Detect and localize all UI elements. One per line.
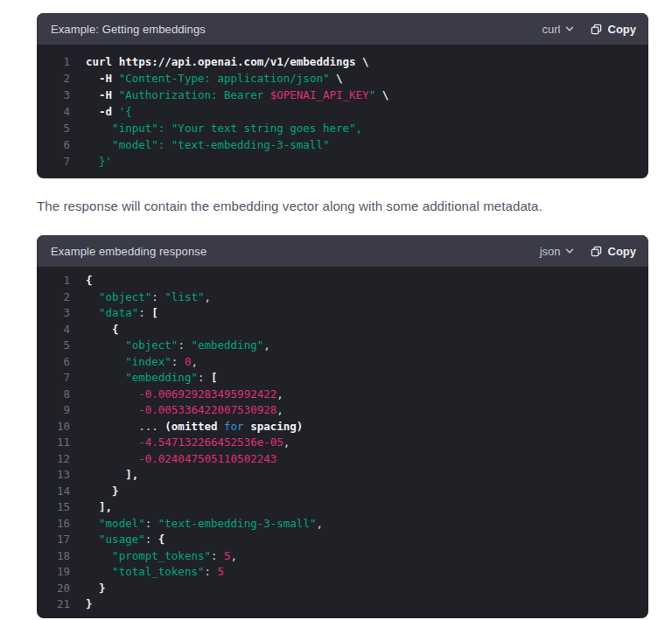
line-number: 1 <box>51 53 70 70</box>
code-text: } <box>86 581 106 597</box>
code-line: 1{ <box>51 273 634 289</box>
code-text: "object": "embedding", <box>86 338 270 354</box>
code-line: 20 } <box>51 581 634 597</box>
code-content: 1{2 "object": "list",3 "data": [4 {5 "ob… <box>37 267 648 618</box>
line-number: 6 <box>51 354 70 371</box>
code-line: 1curl https://api.openai.com/v1/embeddin… <box>51 53 634 70</box>
code-text: "data": [ <box>86 305 158 322</box>
line-number: 2 <box>51 289 70 306</box>
code-line: 6 "model": "text-embedding-3-small" <box>51 136 634 153</box>
code-line: 5 "object": "embedding", <box>51 338 634 354</box>
line-number: 18 <box>51 548 70 565</box>
line-number: 17 <box>51 532 70 548</box>
code-line: 2 -H "Content-Type: application/json" \ <box>51 70 634 87</box>
code-text: "input": "Your text string goes here", <box>86 120 362 136</box>
line-number: 12 <box>51 451 70 468</box>
code-text: "model": "text-embedding-3-small" <box>86 136 329 153</box>
line-number: 3 <box>51 305 70 322</box>
code-text: "index": 0, <box>86 354 198 371</box>
copy-button[interactable]: Copy <box>590 245 637 258</box>
code-line: 6 "index": 0, <box>51 354 634 371</box>
line-number: 7 <box>51 153 70 170</box>
language-dropdown-label: json <box>540 245 561 258</box>
line-number: 21 <box>51 596 70 613</box>
code-line: 11 -4.547132266452536e-05, <box>51 435 634 451</box>
code-text: -0.005336422007530928, <box>86 402 284 419</box>
code-line: 8 -0.006929283495992422, <box>51 387 634 403</box>
line-number: 11 <box>51 435 70 451</box>
code-text: "usage": { <box>86 532 164 548</box>
code-line: 7 }' <box>51 153 634 170</box>
code-line: 9 -0.005336422007530928, <box>51 402 634 419</box>
line-number: 20 <box>51 581 70 597</box>
code-block-title: Example embedding response <box>51 245 206 258</box>
copy-button-label: Copy <box>608 245 637 258</box>
chevron-down-icon <box>565 247 574 254</box>
line-number: 19 <box>51 564 70 581</box>
code-block-header: Example embedding response json Copy <box>37 235 648 267</box>
code-text: } <box>86 484 119 500</box>
line-number: 5 <box>51 338 70 354</box>
code-text: -0.024047505110502243 <box>86 451 276 468</box>
line-number: 1 <box>51 273 70 289</box>
docs-page: Example: Getting embeddings curl Copy 1c… <box>0 0 672 620</box>
code-line: 2 "object": "list", <box>51 289 634 306</box>
code-text: -0.006929283495992422, <box>86 387 284 403</box>
copy-icon <box>590 245 603 258</box>
line-number: 13 <box>51 467 70 484</box>
code-text: } <box>86 596 93 613</box>
code-line: 16 "model": "text-embedding-3-small", <box>51 516 634 533</box>
code-line: 7 "embedding": [ <box>51 370 634 387</box>
code-text: -H "Authorization: Bearer $OPENAI_API_KE… <box>86 87 388 103</box>
code-line: 3 "data": [ <box>51 305 634 322</box>
language-dropdown[interactable]: json <box>540 245 574 258</box>
code-line: 14 } <box>51 484 634 500</box>
line-number: 6 <box>51 136 70 153</box>
code-content: 1curl https://api.openai.com/v1/embeddin… <box>37 45 648 178</box>
code-text: "model": "text-embedding-3-small", <box>86 516 323 533</box>
line-number: 4 <box>51 103 70 120</box>
copy-button[interactable]: Copy <box>590 23 637 36</box>
copy-button-label: Copy <box>608 23 637 36</box>
code-text: -4.547132266452536e-05, <box>86 435 290 451</box>
language-dropdown[interactable]: curl <box>542 23 574 36</box>
line-number: 16 <box>51 516 70 533</box>
code-line: 5 "input": "Your text string goes here", <box>51 120 634 136</box>
code-line: 17 "usage": { <box>51 532 634 548</box>
line-number: 2 <box>51 70 70 87</box>
language-dropdown-label: curl <box>542 23 561 36</box>
line-number: 15 <box>51 499 70 516</box>
code-text: ... (omitted for spacing) <box>86 419 303 435</box>
code-text: -H "Content-Type: application/json" \ <box>86 70 343 87</box>
chevron-down-icon <box>565 25 574 32</box>
code-text: -d '{ <box>86 103 132 120</box>
code-line: 19 "total_tokens": 5 <box>51 564 634 581</box>
code-text: curl https://api.openai.com/v1/embedding… <box>86 53 369 70</box>
line-number: 10 <box>51 419 70 435</box>
code-block-getting-embeddings: Example: Getting embeddings curl Copy 1c… <box>37 13 648 178</box>
code-text: }' <box>86 153 112 170</box>
code-line: 21} <box>51 596 634 613</box>
code-text: "embedding": [ <box>86 370 218 387</box>
line-number: 3 <box>51 87 70 103</box>
code-line: 3 -H "Authorization: Bearer $OPENAI_API_… <box>51 87 634 103</box>
code-block-header: Example: Getting embeddings curl Copy <box>37 13 648 45</box>
code-text: { <box>86 322 119 338</box>
code-block-title: Example: Getting embeddings <box>51 23 206 36</box>
line-number: 14 <box>51 484 70 500</box>
line-number: 4 <box>51 322 70 338</box>
code-text: ], <box>86 467 138 484</box>
code-line: 4 { <box>51 322 634 338</box>
code-text: "object": "list", <box>86 289 211 306</box>
code-block-embedding-response: Example embedding response json Copy 1{2… <box>37 235 648 618</box>
line-number: 5 <box>51 120 70 136</box>
code-line: 13 ], <box>51 467 634 484</box>
code-line: 12 -0.024047505110502243 <box>51 451 634 468</box>
code-text: "total_tokens": 5 <box>86 564 224 581</box>
code-text: { <box>86 273 93 289</box>
code-text: ], <box>86 499 112 516</box>
code-line: 18 "prompt_tokens": 5, <box>51 548 634 565</box>
body-text: The response will contain the embedding … <box>37 197 648 216</box>
copy-icon <box>590 23 603 36</box>
line-number: 7 <box>51 370 70 387</box>
